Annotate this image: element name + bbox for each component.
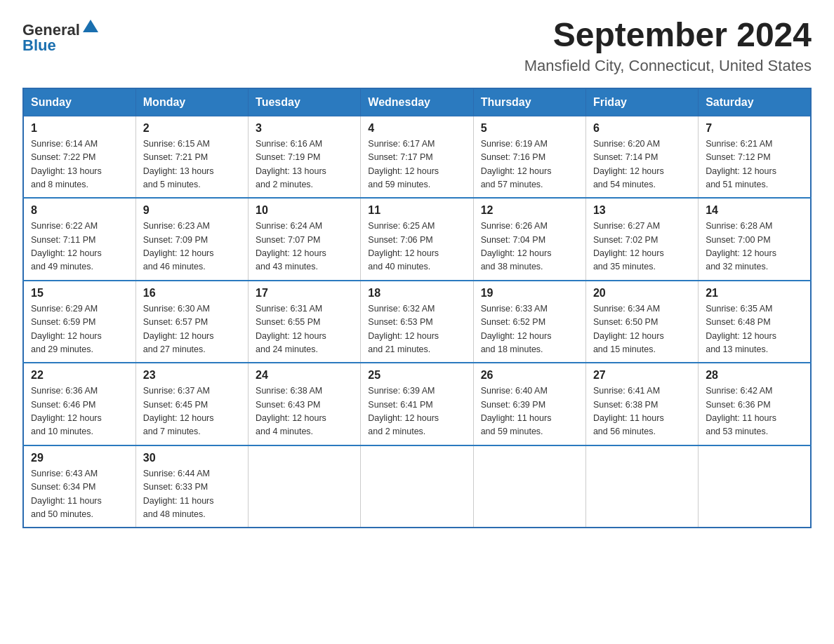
day-info: Sunrise: 6:17 AMSunset: 7:17 PMDaylight:… [368, 137, 465, 192]
logo-text: General Blue [22, 17, 100, 55]
day-number: 29 [31, 452, 128, 464]
table-row: 1Sunrise: 6:14 AMSunset: 7:22 PMDaylight… [23, 116, 135, 198]
col-saturday: Saturday [699, 88, 811, 116]
day-info: Sunrise: 6:30 AMSunset: 6:57 PMDaylight:… [143, 302, 241, 357]
table-row: 21Sunrise: 6:35 AMSunset: 6:48 PMDayligh… [699, 281, 811, 363]
day-number: 12 [481, 204, 578, 217]
day-info: Sunrise: 6:44 AMSunset: 6:33 PMDaylight:… [143, 467, 241, 522]
table-row [249, 445, 361, 528]
logo-general: General [22, 21, 80, 39]
day-info: Sunrise: 6:36 AMSunset: 6:46 PMDaylight:… [31, 384, 128, 439]
table-row: 15Sunrise: 6:29 AMSunset: 6:59 PMDayligh… [23, 281, 135, 363]
day-info: Sunrise: 6:32 AMSunset: 6:53 PMDaylight:… [368, 302, 465, 357]
day-info: Sunrise: 6:37 AMSunset: 6:45 PMDaylight:… [143, 384, 241, 439]
day-info: Sunrise: 6:22 AMSunset: 7:11 PMDaylight:… [31, 220, 128, 274]
day-number: 11 [368, 204, 465, 217]
calendar-week-row: 8Sunrise: 6:22 AMSunset: 7:11 PMDaylight… [23, 198, 811, 281]
day-info: Sunrise: 6:31 AMSunset: 6:55 PMDaylight:… [256, 302, 353, 357]
day-number: 24 [256, 369, 353, 382]
table-row: 25Sunrise: 6:39 AMSunset: 6:41 PMDayligh… [361, 363, 473, 445]
table-row: 17Sunrise: 6:31 AMSunset: 6:55 PMDayligh… [249, 281, 361, 363]
day-info: Sunrise: 6:16 AMSunset: 7:19 PMDaylight:… [256, 137, 353, 192]
day-number: 21 [706, 287, 803, 300]
table-row: 30Sunrise: 6:44 AMSunset: 6:33 PMDayligh… [135, 445, 248, 528]
day-number: 25 [368, 369, 465, 382]
day-number: 17 [256, 287, 353, 300]
table-row: 18Sunrise: 6:32 AMSunset: 6:53 PMDayligh… [361, 281, 473, 363]
page-title: September 2024 [524, 17, 812, 54]
day-number: 8 [31, 204, 128, 217]
calendar-week-row: 22Sunrise: 6:36 AMSunset: 6:46 PMDayligh… [23, 363, 811, 445]
day-number: 22 [31, 369, 128, 382]
table-row: 5Sunrise: 6:19 AMSunset: 7:16 PMDaylight… [473, 116, 585, 198]
day-info: Sunrise: 6:24 AMSunset: 7:07 PMDaylight:… [256, 220, 353, 274]
day-number: 30 [143, 452, 241, 464]
day-number: 4 [368, 122, 465, 135]
day-number: 9 [143, 204, 241, 217]
table-row: 29Sunrise: 6:43 AMSunset: 6:34 PMDayligh… [23, 445, 135, 528]
col-sunday: Sunday [23, 88, 135, 116]
table-row: 23Sunrise: 6:37 AMSunset: 6:45 PMDayligh… [135, 363, 248, 445]
table-row: 11Sunrise: 6:25 AMSunset: 7:06 PMDayligh… [361, 198, 473, 281]
day-number: 26 [481, 369, 578, 382]
day-number: 20 [593, 287, 691, 300]
col-tuesday: Tuesday [249, 88, 361, 116]
day-info: Sunrise: 6:15 AMSunset: 7:21 PMDaylight:… [143, 137, 241, 192]
day-info: Sunrise: 6:19 AMSunset: 7:16 PMDaylight:… [481, 137, 578, 192]
day-number: 3 [256, 122, 353, 135]
calendar-header-row: Sunday Monday Tuesday Wednesday Thursday… [23, 88, 811, 116]
calendar-week-row: 29Sunrise: 6:43 AMSunset: 6:34 PMDayligh… [23, 445, 811, 528]
table-row: 3Sunrise: 6:16 AMSunset: 7:19 PMDaylight… [249, 116, 361, 198]
page-subtitle: Mansfield City, Connecticut, United Stat… [524, 57, 812, 75]
day-number: 2 [143, 122, 241, 135]
day-info: Sunrise: 6:14 AMSunset: 7:22 PMDaylight:… [31, 137, 128, 192]
page-header: General Blue September 2024 Mansfield Ci… [22, 17, 812, 75]
table-row: 10Sunrise: 6:24 AMSunset: 7:07 PMDayligh… [249, 198, 361, 281]
col-wednesday: Wednesday [361, 88, 473, 116]
table-row: 28Sunrise: 6:42 AMSunset: 6:36 PMDayligh… [699, 363, 811, 445]
day-number: 7 [706, 122, 803, 135]
col-friday: Friday [585, 88, 698, 116]
day-info: Sunrise: 6:29 AMSunset: 6:59 PMDaylight:… [31, 302, 128, 357]
day-number: 18 [368, 287, 465, 300]
table-row: 19Sunrise: 6:33 AMSunset: 6:52 PMDayligh… [473, 281, 585, 363]
logo-triangle [81, 17, 100, 39]
table-row: 16Sunrise: 6:30 AMSunset: 6:57 PMDayligh… [135, 281, 248, 363]
day-number: 28 [706, 369, 803, 382]
day-number: 6 [593, 122, 691, 135]
calendar-table: Sunday Monday Tuesday Wednesday Thursday… [22, 88, 812, 529]
day-info: Sunrise: 6:34 AMSunset: 6:50 PMDaylight:… [593, 302, 691, 357]
calendar-week-row: 15Sunrise: 6:29 AMSunset: 6:59 PMDayligh… [23, 281, 811, 363]
table-row: 4Sunrise: 6:17 AMSunset: 7:17 PMDaylight… [361, 116, 473, 198]
day-number: 23 [143, 369, 241, 382]
day-info: Sunrise: 6:27 AMSunset: 7:02 PMDaylight:… [593, 220, 691, 274]
day-number: 16 [143, 287, 241, 300]
svg-marker-0 [83, 20, 98, 32]
day-info: Sunrise: 6:33 AMSunset: 6:52 PMDaylight:… [481, 302, 578, 357]
table-row: 8Sunrise: 6:22 AMSunset: 7:11 PMDaylight… [23, 198, 135, 281]
day-number: 14 [706, 204, 803, 217]
day-number: 19 [481, 287, 578, 300]
day-number: 15 [31, 287, 128, 300]
table-row [585, 445, 698, 528]
table-row: 6Sunrise: 6:20 AMSunset: 7:14 PMDaylight… [585, 116, 698, 198]
day-info: Sunrise: 6:26 AMSunset: 7:04 PMDaylight:… [481, 220, 578, 274]
table-row [699, 445, 811, 528]
table-row: 20Sunrise: 6:34 AMSunset: 6:50 PMDayligh… [585, 281, 698, 363]
table-row: 12Sunrise: 6:26 AMSunset: 7:04 PMDayligh… [473, 198, 585, 281]
day-info: Sunrise: 6:43 AMSunset: 6:34 PMDaylight:… [31, 467, 128, 522]
table-row: 9Sunrise: 6:23 AMSunset: 7:09 PMDaylight… [135, 198, 248, 281]
table-row: 14Sunrise: 6:28 AMSunset: 7:00 PMDayligh… [699, 198, 811, 281]
table-row: 27Sunrise: 6:41 AMSunset: 6:38 PMDayligh… [585, 363, 698, 445]
day-number: 13 [593, 204, 691, 217]
day-info: Sunrise: 6:28 AMSunset: 7:00 PMDaylight:… [706, 220, 803, 274]
table-row: 22Sunrise: 6:36 AMSunset: 6:46 PMDayligh… [23, 363, 135, 445]
day-info: Sunrise: 6:40 AMSunset: 6:39 PMDaylight:… [481, 384, 578, 439]
table-row [361, 445, 473, 528]
table-row: 26Sunrise: 6:40 AMSunset: 6:39 PMDayligh… [473, 363, 585, 445]
day-info: Sunrise: 6:41 AMSunset: 6:38 PMDaylight:… [593, 384, 691, 439]
title-area: September 2024 Mansfield City, Connectic… [524, 17, 812, 75]
table-row: 24Sunrise: 6:38 AMSunset: 6:43 PMDayligh… [249, 363, 361, 445]
day-info: Sunrise: 6:42 AMSunset: 6:36 PMDaylight:… [706, 384, 803, 439]
day-info: Sunrise: 6:23 AMSunset: 7:09 PMDaylight:… [143, 220, 241, 274]
